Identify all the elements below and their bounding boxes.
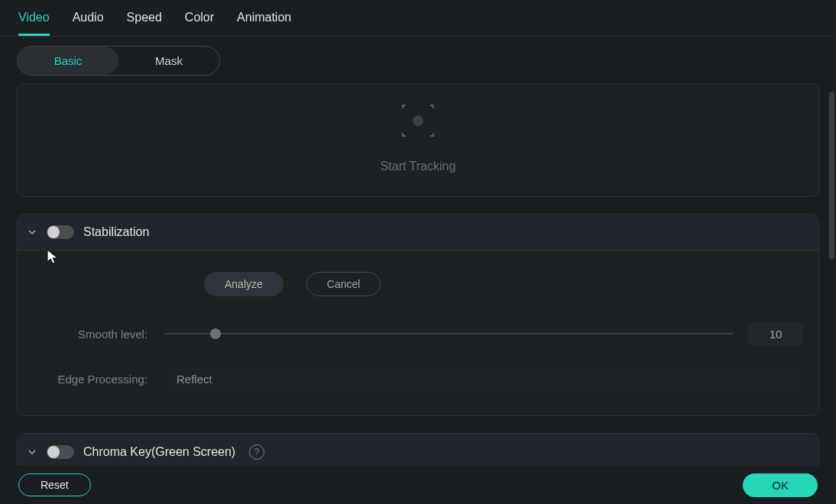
stabilization-title: Stabilization [83,225,149,239]
tab-speed[interactable]: Speed [127,11,162,36]
segmented-row: Basic Mask [0,37,836,83]
tracking-target-icon[interactable] [401,104,435,140]
edge-processing-row: Edge Processing: Reflect [33,365,803,393]
seg-mask[interactable]: Mask [118,47,219,75]
tracking-panel: Start Tracking [17,83,819,197]
ok-button[interactable]: OK [743,473,818,497]
stabilization-body: Analyze Cancel Smooth level: 10 Edge Pro… [18,250,818,415]
chevron-down-icon [27,447,37,457]
start-tracking-label[interactable]: Start Tracking [18,160,818,173]
top-tab-bar: Video Audio Speed Color Animation [0,0,836,37]
toggle-knob [47,226,60,238]
smooth-slider[interactable] [164,333,733,334]
toggle-knob [47,446,60,458]
tab-color[interactable]: Color [185,11,214,36]
stabilization-buttons: Analyze Cancel [33,272,803,296]
reset-button[interactable]: Reset [18,473,91,496]
chroma-key-toggle[interactable] [47,445,74,459]
segmented-control: Basic Mask [17,46,220,76]
analyze-button[interactable]: Analyze [204,272,284,296]
seg-basic[interactable]: Basic [18,47,118,75]
edge-processing-label: Edge Processing: [33,373,147,386]
tab-audio[interactable]: Audio [73,11,104,36]
smooth-level-row: Smooth level: 10 [33,322,803,345]
smooth-level-label: Smooth level: [33,328,147,341]
smooth-value-input[interactable]: 10 [748,322,803,345]
slider-handle[interactable] [210,328,221,339]
tab-animation[interactable]: Animation [237,11,291,36]
scrollbar[interactable] [829,92,834,260]
cancel-button[interactable]: Cancel [306,272,381,296]
chroma-key-title: Chroma Key(Green Screen) [83,445,235,459]
svg-point-0 [413,115,423,126]
chevron-down-icon [27,227,37,237]
smooth-slider-wrap: 10 [164,322,803,345]
content-scroll: Start Tracking Stabilization Analyze Can… [0,83,836,465]
footer-bar: Reset OK [0,466,836,504]
help-icon[interactable]: ? [249,444,264,460]
stabilization-panel: Stabilization Analyze Cancel Smooth leve… [17,214,819,416]
stabilization-header[interactable]: Stabilization [18,215,818,250]
edge-processing-select[interactable]: Reflect [164,365,802,393]
tab-video[interactable]: Video [18,11,50,36]
stabilization-toggle[interactable] [47,225,74,239]
